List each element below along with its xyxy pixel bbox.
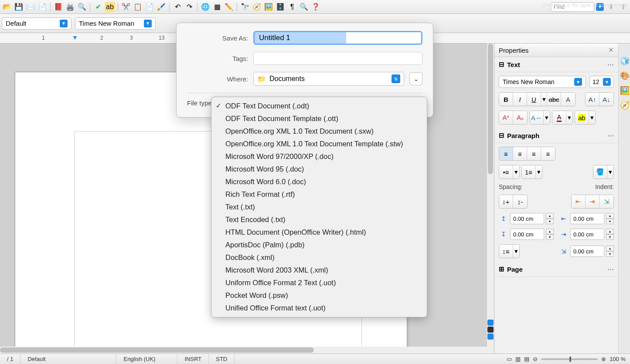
tab-marker-icon[interactable]: ▼: [72, 34, 78, 41]
bgcolor-dd-icon[interactable]: ▾: [607, 165, 613, 179]
datasources-icon[interactable]: 🗄️: [275, 2, 286, 12]
char-spacing-button[interactable]: A↔: [530, 111, 544, 124]
increase-font-button[interactable]: A↑: [586, 93, 599, 106]
redo-icon[interactable]: ↷: [184, 2, 194, 12]
filetype-option[interactable]: HTML Document (OpenOffice Writer) (.html…: [211, 226, 427, 239]
stepper[interactable]: ▴▾: [606, 229, 614, 240]
numbering-dd-icon[interactable]: ▾: [536, 165, 542, 179]
paragraph-style-select[interactable]: Default ▼: [2, 17, 72, 30]
stepper[interactable]: ▴▾: [546, 229, 554, 240]
bullets-dd-icon[interactable]: ▾: [513, 165, 519, 179]
firstline-indent-input[interactable]: [570, 246, 604, 257]
table-icon[interactable]: ▦: [212, 2, 222, 12]
paste-icon[interactable]: 📄: [144, 2, 155, 12]
filetype-option[interactable]: ODF Text Document Template (.ott): [211, 112, 427, 125]
space-below-input[interactable]: [510, 229, 544, 240]
filename-input[interactable]: [253, 31, 422, 45]
increase-indent-button[interactable]: ⇥: [586, 195, 599, 208]
decrease-indent-button[interactable]: ⇤: [572, 195, 586, 208]
format-paintbrush-icon[interactable]: 🖌️: [156, 2, 167, 12]
filetype-option[interactable]: OpenOffice.org XML 1.0 Text Document (.s…: [211, 125, 427, 138]
font-name-select[interactable]: Times New Roman ▼: [75, 17, 156, 30]
draw-icon[interactable]: ✏️: [224, 2, 234, 12]
export-pdf-icon[interactable]: 📕: [53, 2, 64, 12]
align-left-button[interactable]: ≡: [499, 147, 513, 160]
filetype-option[interactable]: ODF Text Document (.odt): [211, 100, 427, 112]
bgcolor-button[interactable]: 🪣: [593, 165, 607, 179]
sidebar-font-select[interactable]: Times New Roman ▼: [499, 76, 586, 88]
spellcheck-icon[interactable]: ✔: [93, 2, 103, 12]
filetype-option[interactable]: Microsoft Word 97/2000/XP (.doc): [211, 150, 427, 163]
filetype-option[interactable]: Uniform Office Format 2 Text (.uot): [211, 276, 427, 289]
zoom-in-icon[interactable]: ⊕: [601, 356, 606, 362]
view-layout2-icon[interactable]: ▥: [515, 356, 521, 362]
nonprinting-icon[interactable]: ¶: [287, 2, 297, 12]
highlight-dd-icon[interactable]: ▾: [589, 111, 595, 124]
navigator-tab-icon[interactable]: 🧭: [619, 99, 630, 111]
increase-spacing-button[interactable]: ↕+: [499, 195, 513, 208]
underline-dd-icon[interactable]: ▾: [541, 93, 547, 106]
decrease-font-button[interactable]: A↓: [599, 93, 613, 106]
strikethrough-button[interactable]: abc: [547, 93, 561, 106]
gallery-tab-icon[interactable]: 🖼️: [619, 84, 630, 97]
superscript-button[interactable]: Aᵃ: [499, 111, 513, 124]
cut-icon[interactable]: ✂️: [121, 2, 131, 12]
filetype-option[interactable]: Text (.txt): [211, 201, 427, 213]
italic-button[interactable]: I: [513, 93, 527, 106]
expand-dialog-button[interactable]: ⌄: [409, 72, 422, 85]
zoom-icon[interactable]: 🔍: [299, 2, 309, 12]
filetype-option[interactable]: DocBook (.xml): [211, 251, 427, 264]
zoom-value[interactable]: 100 %: [610, 356, 626, 362]
align-center-button[interactable]: ≡: [513, 147, 527, 160]
close-icon[interactable]: ✕: [608, 46, 614, 54]
numbering-button[interactable]: 1≡: [522, 165, 536, 179]
print-icon[interactable]: 🖨️: [65, 2, 75, 12]
more-icon[interactable]: ⋯: [607, 131, 614, 139]
view-layout3-icon[interactable]: ▤: [524, 356, 529, 362]
autocorrect-icon[interactable]: ab: [105, 2, 115, 12]
copy-icon[interactable]: 📋: [133, 2, 143, 12]
sidebar-fontsize-select[interactable]: 12 ▼: [589, 76, 614, 88]
filetype-option[interactable]: Microsoft Word 95 (.doc): [211, 163, 427, 175]
bullets-button[interactable]: •≡: [499, 165, 513, 179]
preview-icon[interactable]: 🔍: [77, 2, 87, 12]
tags-input[interactable]: [253, 52, 422, 65]
vertical-scrollbar[interactable]: [487, 44, 494, 354]
scrollbar-thumb[interactable]: [0, 347, 314, 353]
filetype-option[interactable]: Pocket Word (.psw): [211, 289, 427, 302]
selection-mode-cell[interactable]: STD: [209, 354, 235, 364]
page-number-cell[interactable]: / 1: [0, 354, 20, 364]
filetype-option[interactable]: OpenOffice.org XML 1.0 Text Document Tem…: [211, 138, 427, 150]
more-icon[interactable]: ⋯: [607, 61, 614, 68]
pdf-icon[interactable]: 📄: [37, 2, 48, 12]
shadow-button[interactable]: A: [561, 93, 575, 106]
horizontal-scrollbar[interactable]: [0, 347, 494, 354]
align-right-button[interactable]: ≡: [527, 147, 541, 160]
page-section-header[interactable]: ⊞ Page ⋯: [494, 262, 618, 277]
nav-next-icon[interactable]: [487, 334, 494, 340]
indent-right-input[interactable]: [570, 229, 604, 240]
gallery-icon[interactable]: 🖼️: [263, 2, 274, 12]
font-color-button[interactable]: A: [552, 111, 566, 124]
filetype-option[interactable]: Rich Text Format (.rtf): [211, 188, 427, 201]
mail-icon[interactable]: ✉️: [25, 2, 36, 12]
text-section-header[interactable]: ⊟ Text ⋯: [494, 57, 618, 72]
highlight-button[interactable]: ab: [575, 111, 589, 124]
find-replace-icon[interactable]: 🔭: [240, 2, 250, 12]
view-layout-icon[interactable]: ▭: [507, 356, 512, 362]
more-icon[interactable]: ⋯: [607, 265, 614, 273]
filetype-option[interactable]: Microsoft Word 6.0 (.doc): [211, 175, 427, 188]
hyperlink-icon[interactable]: 🌐: [200, 2, 211, 12]
line-spacing-button[interactable]: ↕≡: [499, 245, 513, 258]
insert-mode-cell[interactable]: INSRT: [177, 354, 209, 364]
undo-icon[interactable]: ↶: [172, 2, 183, 12]
stepper[interactable]: ▴▾: [606, 246, 614, 257]
filetype-option[interactable]: AportisDoc (Palm) (.pdb): [211, 239, 427, 251]
save-icon[interactable]: 💾: [14, 2, 24, 12]
filetype-option[interactable]: Microsoft Word 2003 XML (.xml): [211, 264, 427, 276]
hanging-indent-button[interactable]: ⇲: [599, 195, 613, 208]
page-style-cell[interactable]: Default: [20, 354, 116, 364]
help-icon[interactable]: ❓: [310, 2, 321, 12]
stepper[interactable]: ▴▾: [606, 213, 614, 224]
bold-button[interactable]: B: [499, 93, 513, 106]
